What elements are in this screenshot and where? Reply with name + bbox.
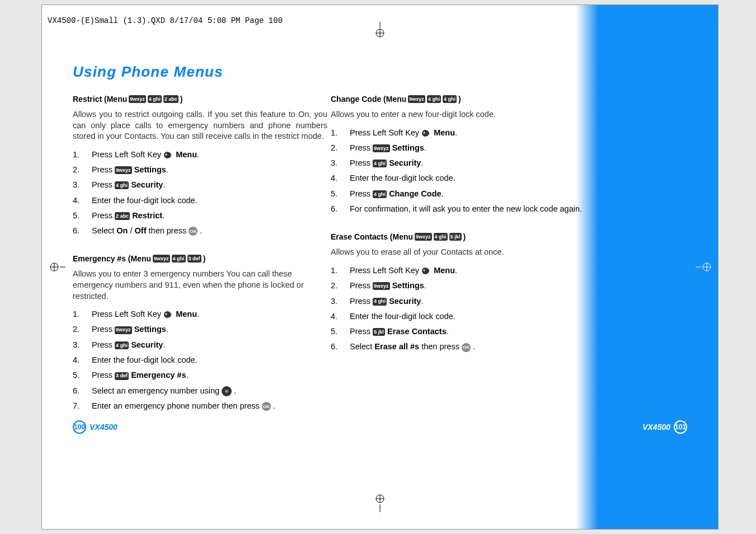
- list-item: Select Erase all #s then press OK .: [331, 341, 585, 352]
- svg-point-19: [166, 313, 167, 315]
- list-item: Press Left Soft Key Menu.: [331, 265, 585, 276]
- section-erase-desc: Allows you to erase all of your Contacts…: [331, 247, 585, 258]
- key-9-icon: 9wxyz: [129, 95, 146, 103]
- key-4-icon: 4 ghi: [427, 95, 441, 103]
- list-item: Enter the four-digit lock code.: [73, 195, 327, 206]
- key-9-icon: 9wxyz: [373, 144, 390, 152]
- section-emergency-desc: Allows you to enter 3 emergency numbers …: [73, 269, 327, 302]
- key-5-icon: 5 jkl: [373, 328, 385, 336]
- crop-mark-right-icon: [696, 259, 713, 275]
- crop-mark-top-icon: [372, 22, 388, 39]
- print-header: VX4500-(E)Small (1.3).QXD 8/17/04 5:08 P…: [48, 16, 283, 25]
- list-item: Enter the four-digit lock code.: [331, 172, 585, 184]
- page-title: Using Phone Menus: [73, 63, 223, 81]
- key-3-icon: 3 def: [187, 255, 201, 263]
- list-item: Press 4 ghi Security.: [331, 157, 585, 168]
- list-item: Press 5 jkl Erase Contacts.: [331, 326, 585, 337]
- crop-mark-bottom-icon: [372, 493, 388, 512]
- left-column: Restrict (Menu 9wxyz 4 ghi 2 abc ) Allow…: [73, 95, 327, 425]
- label: ): [458, 95, 461, 104]
- list-item: Enter the four-digit lock code.: [331, 311, 585, 322]
- key-4-icon: 4 ghi: [373, 160, 387, 167]
- model-label: VX4500: [642, 423, 670, 432]
- section-erase-title: Erase Contacts (Menu 9wxyz 4 ghi 5 jkl ): [331, 232, 585, 241]
- page-number-left: 100: [73, 420, 86, 434]
- left-soft-key-icon: [421, 129, 431, 137]
- list-item: Enter the four-digit lock code.: [73, 354, 327, 366]
- ok-key-icon: OK: [189, 227, 198, 236]
- list-item: Press Left Soft Key Menu.: [331, 127, 585, 138]
- label: Erase Contacts (Menu: [331, 232, 413, 241]
- left-soft-key-icon: [163, 151, 173, 159]
- key-9-icon: 9wxyz: [115, 166, 132, 174]
- label: ): [463, 232, 466, 241]
- page-number-right: 101: [674, 420, 687, 434]
- list-item: Enter an emergency phone number then pre…: [73, 400, 327, 411]
- list-item: Press 2 abc Restrict.: [73, 210, 327, 221]
- label: ): [180, 95, 183, 104]
- key-2-icon: 2 abc: [115, 212, 130, 220]
- left-soft-key-icon: [163, 311, 173, 318]
- nav-key-icon: [222, 386, 232, 396]
- label: ): [203, 254, 206, 263]
- list-item: Press 4 ghi Security.: [331, 296, 585, 307]
- section-changecode-title: Change Code (Menu 9wxyz 4 ghi 4 ghi ): [331, 95, 585, 104]
- restrict-steps: Press Left Soft Key Menu. Press 9wxyz Se…: [73, 149, 327, 237]
- emergency-steps: Press Left Soft Key Menu. Press 9wxyz Se…: [73, 308, 327, 411]
- section-emergency-title: Emergency #s (Menu 9wxyz 4 ghi 3 def ): [73, 254, 327, 263]
- key-4-icon: 4 ghi: [373, 298, 387, 306]
- svg-point-23: [424, 270, 425, 271]
- ok-key-icon: OK: [462, 343, 471, 352]
- list-item: Press 9wxyz Settings.: [73, 164, 327, 175]
- list-item: Select On / Off then press OK .: [73, 225, 327, 236]
- key-9-icon: 9wxyz: [153, 255, 170, 263]
- erase-steps: Press Left Soft Key Menu. Press 9wxyz Se…: [331, 265, 585, 353]
- ok-key-icon: OK: [262, 402, 271, 411]
- list-item: Press 4 ghi Security.: [73, 179, 327, 190]
- key-4-icon: 4 ghi: [115, 341, 129, 349]
- changecode-steps: Press Left Soft Key Menu. Press 9wxyz Se…: [331, 127, 585, 215]
- label: Emergency #s (Menu: [73, 254, 151, 263]
- key-2-icon: 2 abc: [163, 95, 179, 103]
- footer-right: VX4500 101: [642, 420, 687, 434]
- key-5-icon: 5 jkl: [449, 233, 462, 241]
- list-item: Press 3 def Emergency #s.: [73, 369, 327, 381]
- list-item: Press 4 ghi Change Code.: [331, 188, 585, 199]
- right-column: Change Code (Menu 9wxyz 4 ghi 4 ghi ) Al…: [331, 95, 585, 366]
- svg-point-17: [166, 153, 167, 155]
- list-item: Press 9wxyz Settings.: [73, 324, 327, 335]
- list-item: Press 9wxyz Settings.: [331, 142, 585, 153]
- key-9-icon: 9wxyz: [373, 282, 390, 290]
- key-4-icon: 4 ghi: [172, 255, 186, 263]
- section-restrict-title: Restrict (Menu 9wxyz 4 ghi 2 abc ): [73, 95, 327, 104]
- label: Change Code (Menu: [331, 95, 406, 104]
- list-item: Press 9wxyz Settings.: [331, 280, 585, 291]
- key-9-icon: 9wxyz: [408, 95, 425, 103]
- key-4-icon: 4 ghi: [148, 95, 162, 103]
- list-item: For confirmation, it will ask you to ent…: [331, 203, 585, 214]
- list-item: Press Left Soft Key Menu.: [73, 308, 327, 320]
- list-item: Select an emergency number using .: [73, 385, 327, 396]
- footer-left: 100 VX4500: [73, 420, 118, 434]
- key-4-icon: 4 ghi: [115, 181, 129, 189]
- key-4-icon: 4 ghi: [373, 190, 387, 198]
- key-4-icon: 4 ghi: [434, 233, 448, 241]
- label: Restrict (Menu: [73, 95, 127, 104]
- key-9-icon: 9wxyz: [415, 233, 432, 241]
- model-label: VX4500: [90, 423, 118, 432]
- svg-point-21: [424, 132, 425, 133]
- crop-mark-left-icon: [48, 259, 65, 275]
- left-soft-key-icon: [421, 267, 431, 275]
- section-changecode-desc: Allows you to enter a new four-digit loc…: [331, 109, 585, 120]
- key-4-icon: 4 ghi: [443, 95, 457, 103]
- key-3-icon: 3 def: [115, 372, 129, 380]
- document-spread: VX4500-(E)Small (1.3).QXD 8/17/04 5:08 P…: [41, 4, 719, 530]
- key-9-icon: 9wxyz: [115, 326, 132, 334]
- section-restrict-desc: Allows you to restrict outgoing calls. I…: [73, 109, 327, 142]
- list-item: Press Left Soft Key Menu.: [73, 149, 327, 160]
- list-item: Press 4 ghi Security.: [73, 339, 327, 350]
